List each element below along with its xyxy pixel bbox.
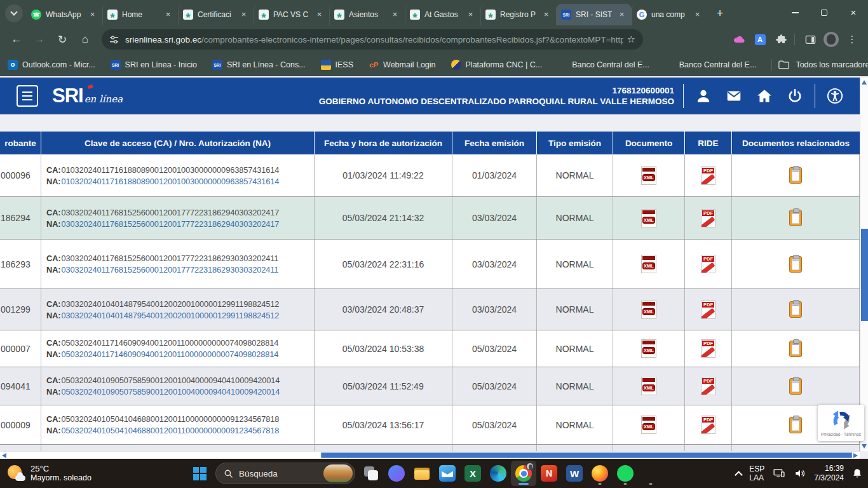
na-number-link[interactable]: 0303202401176815256000120017772231862940… xyxy=(61,219,279,229)
na-number-link[interactable]: 0103202401171618808900120010030000000963… xyxy=(61,176,279,187)
browser-tab[interactable]: Home × xyxy=(102,4,178,25)
xml-file-icon[interactable]: XML xyxy=(641,301,656,319)
back-button[interactable]: ← xyxy=(6,29,27,50)
bookmark-item[interactable]: Banco Central del E... xyxy=(665,60,757,70)
tray-chevron-icon[interactable] xyxy=(736,470,742,478)
side-panel-icon[interactable] xyxy=(801,30,820,49)
mail-icon[interactable] xyxy=(723,86,745,105)
tab-close-icon[interactable]: × xyxy=(390,10,400,20)
bookmark-item[interactable]: SRI en Línea - Inicio xyxy=(111,60,197,70)
pdf-ride-icon[interactable]: PDF xyxy=(701,301,715,319)
pdf-ride-icon[interactable]: PDF xyxy=(701,377,715,395)
browser-tab[interactable]: At Gastos × xyxy=(405,4,480,25)
scroll-down-arrow[interactable] xyxy=(862,444,867,449)
taskbar-app-slot[interactable] xyxy=(511,461,536,486)
tab-close-icon[interactable]: × xyxy=(238,10,249,20)
taskbar-app-slot[interactable] xyxy=(384,461,409,486)
recaptcha-badge[interactable]: Privacidad - Términos xyxy=(818,405,864,441)
bookmark-item[interactable]: Plataforma CNC | C... xyxy=(451,60,543,70)
taskbar-app-slot[interactable] xyxy=(435,461,460,486)
related-docs-clipboard-icon[interactable] xyxy=(789,167,802,184)
taskbar-app-slot[interactable] xyxy=(638,461,663,486)
na-number-link[interactable]: 0303202401176815256000120017772231862930… xyxy=(61,264,278,275)
scroll-left-arrow[interactable] xyxy=(2,453,6,458)
taskbar-app-slot[interactable] xyxy=(460,461,485,486)
reload-button[interactable]: ↻ xyxy=(52,29,72,50)
menu-icon[interactable] xyxy=(17,85,38,107)
pdf-ride-icon[interactable]: PDF xyxy=(701,209,715,227)
translate-extension-icon[interactable]: A xyxy=(750,30,770,49)
related-docs-clipboard-icon[interactable] xyxy=(789,210,802,226)
horizontal-scrollbar[interactable] xyxy=(0,451,860,459)
taskbar-app-slot[interactable] xyxy=(613,461,638,486)
horizontal-scroll-thumb[interactable] xyxy=(321,452,852,458)
tab-close-icon[interactable]: × xyxy=(616,10,627,20)
browser-tab[interactable]: SRI - SIST × xyxy=(556,4,632,25)
browser-tab[interactable]: WhatsApp × xyxy=(27,4,102,25)
browser-menu-button[interactable]: ⋮ xyxy=(843,30,862,49)
taskbar-app-slot[interactable] xyxy=(358,461,384,486)
tab-close-icon[interactable]: × xyxy=(541,10,552,20)
home-icon[interactable] xyxy=(754,86,775,105)
taskbar-app-slot[interactable] xyxy=(409,461,435,486)
browser-tab[interactable]: Certificaci × xyxy=(178,4,254,25)
na-number-link[interactable]: 0503202401050410468800120011000000000091… xyxy=(61,425,279,436)
xml-file-icon[interactable]: XML xyxy=(641,377,656,395)
taskbar-app-slot[interactable] xyxy=(536,461,562,486)
xml-file-icon[interactable]: XML xyxy=(641,255,656,273)
related-docs-clipboard-icon[interactable] xyxy=(789,378,802,395)
all-bookmarks[interactable]: Todos los marcadores xyxy=(771,59,868,71)
bookmark-item[interactable]: Outlook.com - Micr... xyxy=(8,60,95,70)
related-docs-clipboard-icon[interactable] xyxy=(789,417,802,433)
weather-extension-icon[interactable] xyxy=(729,30,749,49)
browser-tab[interactable]: PAC VS C × xyxy=(254,4,329,25)
scroll-up-arrow[interactable] xyxy=(862,80,867,85)
related-docs-clipboard-icon[interactable] xyxy=(789,301,802,318)
profile-avatar[interactable] xyxy=(822,30,841,49)
bookmark-item[interactable]: SRI en Línea - Cons... xyxy=(212,60,306,70)
na-number-link[interactable]: 0503202401171460909400120011000000000074… xyxy=(61,349,278,360)
close-window-button[interactable]: × xyxy=(839,0,868,25)
tab-close-icon[interactable]: × xyxy=(314,10,325,20)
minimize-button[interactable] xyxy=(780,0,810,25)
accessibility-icon[interactable] xyxy=(824,86,846,105)
power-icon[interactable] xyxy=(784,86,806,105)
bookmark-star-icon[interactable]: ☆ xyxy=(623,34,639,45)
na-number-link[interactable]: 0303202401040148795400120020010000012991… xyxy=(61,310,279,321)
browser-tab[interactable]: una comp × xyxy=(632,4,707,25)
language-indicator[interactable]: ESP LAA xyxy=(749,464,764,482)
start-button[interactable] xyxy=(187,461,212,486)
notification-bell-icon[interactable] xyxy=(851,468,863,479)
bookmark-item[interactable]: IESS xyxy=(321,60,354,70)
bookmark-item[interactable]: Banco Central del E... xyxy=(557,60,649,70)
display-devices-icon[interactable] xyxy=(772,467,786,480)
extensions-puzzle-icon[interactable] xyxy=(771,30,790,49)
related-docs-clipboard-icon[interactable] xyxy=(789,256,802,273)
xml-file-icon[interactable]: XML xyxy=(641,416,656,434)
xml-file-icon[interactable]: XML xyxy=(641,339,656,358)
tab-close-icon[interactable]: × xyxy=(465,10,476,20)
scroll-right-arrow[interactable] xyxy=(853,453,858,458)
related-docs-clipboard-icon[interactable] xyxy=(789,341,802,357)
user-icon[interactable] xyxy=(693,86,714,105)
taskbar-search[interactable]: Búsqueda xyxy=(215,463,355,484)
taskbar-app-slot[interactable] xyxy=(485,461,511,486)
tab-search-button[interactable] xyxy=(5,4,23,22)
browser-tab[interactable]: Asientos × xyxy=(329,4,405,25)
xml-file-icon[interactable]: XML xyxy=(641,166,656,185)
tab-close-icon[interactable]: × xyxy=(692,10,703,20)
na-number-link[interactable]: 0503202401090507585900120010040000940410… xyxy=(61,386,280,397)
vertical-scrollbar[interactable] xyxy=(860,78,868,451)
tab-close-icon[interactable]: × xyxy=(163,10,173,20)
pdf-ride-icon[interactable]: PDF xyxy=(701,166,715,185)
address-bar[interactable]: srienlinea.sri.gob.ec/comprobantes-elect… xyxy=(102,29,643,50)
taskbar-app-slot[interactable] xyxy=(562,461,587,486)
tab-close-icon[interactable]: × xyxy=(87,10,98,20)
bookmark-item[interactable]: Webmail Login xyxy=(369,60,435,70)
home-button[interactable]: ⌂ xyxy=(75,29,95,50)
vertical-scroll-thumb[interactable] xyxy=(861,229,868,321)
pdf-ride-icon[interactable]: PDF xyxy=(701,339,715,358)
xml-file-icon[interactable]: XML xyxy=(641,209,656,227)
maximize-button[interactable] xyxy=(810,0,839,25)
clock[interactable]: 16:39 7/3/2024 xyxy=(814,464,844,483)
